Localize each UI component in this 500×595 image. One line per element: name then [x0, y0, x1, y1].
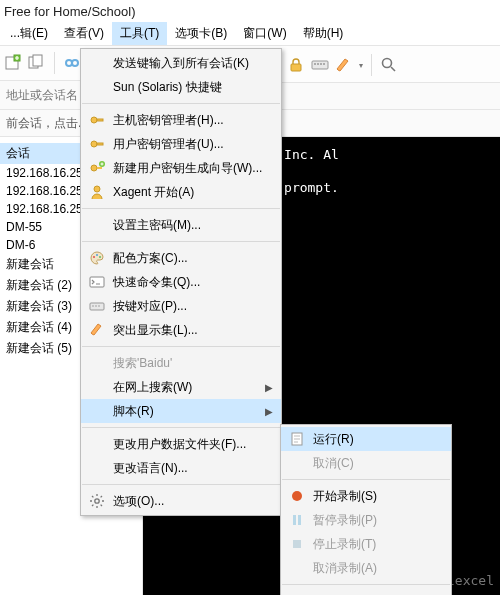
menu-newkey-wizard[interactable]: 新建用户密钥生成向导(W)... [81, 156, 281, 180]
key-icon [87, 134, 107, 154]
svg-point-22 [96, 254, 98, 256]
svg-point-23 [99, 256, 101, 258]
submenu-cancel: 取消(C) [281, 451, 451, 475]
menu-change-language[interactable]: 更改语言(N)... [81, 456, 281, 480]
agent-icon [87, 182, 107, 202]
highlighter-icon [87, 320, 107, 340]
tools-menu: 发送键输入到所有会话(K) Sun (Solaris) 快捷键 主机密钥管理者(… [80, 48, 282, 516]
submenu-start-record[interactable]: 开始录制(S) [281, 484, 451, 508]
pause-icon [287, 510, 307, 530]
menu-highlight[interactable]: 突出显示集(L)... [81, 318, 281, 342]
svg-point-9 [317, 63, 319, 65]
menu-change-userdata[interactable]: 更改用户数据文件夹(F)... [81, 432, 281, 456]
menu-help[interactable]: 帮助(H) [295, 22, 352, 45]
svg-point-21 [93, 256, 95, 258]
svg-point-28 [98, 305, 100, 307]
submenu-stop-record: 停止录制(T) [281, 532, 451, 556]
submenu-run[interactable]: 运行(R) [281, 427, 451, 451]
menu-tabs[interactable]: 选项卡(B) [167, 22, 235, 45]
svg-point-17 [91, 165, 97, 171]
svg-rect-14 [97, 119, 103, 121]
menu-quick-cmd[interactable]: 快速命令集(Q)... [81, 270, 281, 294]
gear-icon [87, 491, 107, 511]
menu-script[interactable]: 脚本(R)▶ [81, 399, 281, 423]
script-submenu: 运行(R) 取消(C) 开始录制(S) 暂停录制(P) 停止录制(T) 取消录制… [280, 424, 452, 595]
svg-rect-6 [291, 64, 301, 71]
svg-rect-7 [312, 61, 328, 69]
menu-view[interactable]: 查看(V) [56, 22, 112, 45]
menu-edit[interactable]: ...辑(E) [2, 22, 56, 45]
svg-rect-34 [293, 540, 301, 548]
svg-point-13 [91, 117, 97, 123]
svg-rect-24 [90, 277, 104, 287]
svg-rect-3 [33, 55, 42, 66]
svg-point-15 [91, 141, 97, 147]
submenu-cancel-record: 取消录制(A) [281, 556, 451, 580]
svg-point-31 [292, 491, 302, 501]
submenu-arrow-icon: ▶ [265, 382, 273, 393]
svg-rect-16 [97, 143, 103, 145]
submenu-open-folder[interactable]: 打开脚本文件夹(F) [281, 589, 451, 595]
menu-userkey[interactable]: 用户密钥管理者(U)... [81, 132, 281, 156]
window-title: Free for Home/School) [0, 0, 500, 21]
link-icon[interactable] [63, 54, 81, 72]
menu-sun-shortcut[interactable]: Sun (Solaris) 快捷键 [81, 75, 281, 99]
submenu-pause-record: 暂停录制(P) [281, 508, 451, 532]
key-add-icon [87, 158, 107, 178]
menu-xagent[interactable]: Xagent 开始(A) [81, 180, 281, 204]
svg-point-27 [95, 305, 97, 307]
svg-rect-33 [298, 515, 301, 525]
menu-web-search[interactable]: 在网上搜索(W)▶ [81, 375, 281, 399]
menu-bar: ...辑(E) 查看(V) 工具(T) 选项卡(B) 窗口(W) 帮助(H) [0, 21, 500, 46]
svg-point-20 [94, 186, 100, 192]
menu-hostkey[interactable]: 主机密钥管理者(H)... [81, 108, 281, 132]
stop-icon [287, 534, 307, 554]
svg-rect-18 [97, 167, 102, 169]
lock-icon[interactable] [287, 56, 305, 74]
script-file-icon [287, 429, 307, 449]
keyboard-icon[interactable] [311, 56, 329, 74]
menu-options[interactable]: 选项(O)... [81, 489, 281, 513]
record-icon [287, 486, 307, 506]
menu-main-password[interactable]: 设置主密码(M)... [81, 213, 281, 237]
svg-point-5 [72, 60, 78, 66]
svg-point-26 [92, 305, 94, 307]
menu-send-key[interactable]: 发送键输入到所有会话(K) [81, 51, 281, 75]
menu-colors[interactable]: 配色方案(C)... [81, 246, 281, 270]
hint-text: 前会话，点击... [6, 115, 88, 132]
svg-point-29 [95, 499, 99, 503]
menu-search-hint: 搜索'Baidu' [81, 351, 281, 375]
svg-rect-25 [90, 303, 104, 310]
terminal-icon [87, 272, 107, 292]
menu-tools[interactable]: 工具(T) [112, 22, 167, 45]
svg-point-11 [323, 63, 325, 65]
key-icon [87, 110, 107, 130]
search-icon[interactable] [380, 56, 398, 74]
svg-rect-32 [293, 515, 296, 525]
svg-point-12 [383, 59, 392, 68]
sessions-icon[interactable] [28, 54, 46, 72]
svg-point-8 [314, 63, 316, 65]
keyboard-icon [87, 296, 107, 316]
new-session-icon[interactable] [4, 54, 22, 72]
submenu-arrow-icon: ▶ [265, 406, 273, 417]
palette-icon [87, 248, 107, 268]
menu-window[interactable]: 窗口(W) [235, 22, 294, 45]
svg-point-10 [320, 63, 322, 65]
highlighter-icon[interactable] [335, 56, 353, 74]
menu-keymap[interactable]: 按键对应(P)... [81, 294, 281, 318]
